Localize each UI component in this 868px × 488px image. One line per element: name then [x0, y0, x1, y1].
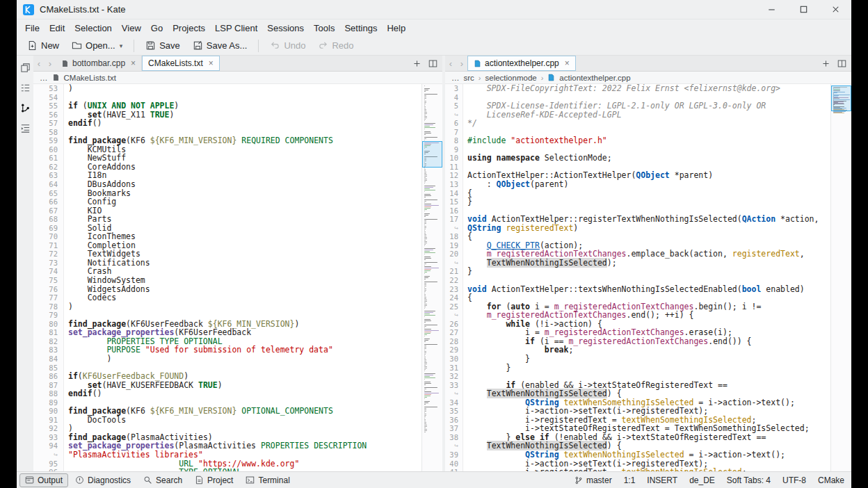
toolbar-button-label: Open... [86, 40, 115, 51]
menu-file[interactable]: File [20, 21, 45, 35]
left-minimap-scrollbar[interactable] [421, 84, 442, 471]
panel-terminal-button[interactable]: Terminal [240, 473, 295, 487]
left-code-area[interactable]: )if (UNIX AND NOT APPLE) set(HAVE_X11 TR… [64, 84, 421, 471]
toolbar-undo-button[interactable]: Undo [264, 38, 311, 53]
minimap-mark [424, 350, 425, 350]
split-button[interactable] [835, 57, 849, 70]
line-number: 25 [445, 302, 458, 311]
tab-close-icon[interactable]: × [565, 58, 570, 68]
tab-scroll-left-icon[interactable]: ‹ [445, 56, 456, 71]
status-insert[interactable]: INSERT [647, 475, 677, 485]
panel-diagnostics-button[interactable]: Diagnostics [70, 473, 136, 487]
plus-button[interactable] [410, 57, 424, 70]
menu-help[interactable]: Help [382, 21, 410, 35]
close-icon [830, 4, 841, 15]
documents-tool-button[interactable] [18, 60, 32, 74]
save-as-icon [193, 40, 203, 51]
toolbar-open-button[interactable]: Open...▾ [66, 38, 128, 53]
minimap-mark [424, 133, 431, 133]
status-cmake[interactable]: CMake [818, 475, 844, 485]
status-1-1[interactable]: 1:1 [624, 475, 636, 485]
minimap-mark [424, 389, 426, 389]
tab-cmakelists-txt[interactable]: CMakeLists.txt× [142, 56, 220, 71]
line-number: 85 [33, 364, 58, 373]
breadcrumb-item[interactable]: actiontexthelper.cpp [559, 74, 630, 82]
git-tool-button[interactable] [18, 101, 32, 115]
minimap-mark [424, 354, 426, 355]
maximize-button[interactable] [787, 0, 819, 19]
minimap-mark [424, 123, 435, 124]
tab-scroll-right-icon[interactable]: › [45, 56, 56, 71]
line-number: 76 [33, 285, 58, 294]
minimize-icon [766, 4, 777, 15]
line-number: 94 [33, 441, 58, 450]
status-utf-8[interactable]: UTF-8 [782, 475, 806, 485]
panel-search-button[interactable]: Search [138, 473, 188, 487]
toolbar-redo-button[interactable]: Redo [312, 38, 359, 53]
status-de-de[interactable]: de_DE [689, 475, 715, 485]
toolbar-save-button[interactable]: Save [140, 38, 186, 53]
tab-close-icon[interactable]: × [209, 58, 214, 68]
panel-project-button[interactable]: Project [189, 473, 239, 487]
snippets-tool-button[interactable] [18, 121, 32, 135]
minimap-mark [424, 109, 426, 110]
minimap-mark [424, 307, 426, 307]
line-number: 10 [445, 154, 458, 163]
minimap-mark [424, 418, 425, 418]
minimap-mark [424, 215, 428, 215]
breadcrumb-item[interactable]: … [40, 74, 48, 82]
tab-close-icon[interactable]: × [131, 58, 136, 68]
minimap-mark [424, 169, 426, 170]
line-number: 6 [445, 119, 458, 128]
minimap-mark [424, 90, 428, 90]
breadcrumb-item[interactable]: … [451, 74, 460, 82]
line-number: 20 [445, 250, 458, 259]
filesystem-tool-button[interactable] [18, 81, 32, 95]
left-minimap-viewport[interactable] [422, 141, 442, 168]
breadcrumb-item[interactable]: src [464, 74, 474, 82]
minimize-button[interactable] [755, 0, 787, 19]
status-soft-tabs-4[interactable]: Soft Tabs: 4 [727, 475, 771, 485]
breadcrumb-item[interactable]: CMakeLists.txt [64, 74, 116, 82]
minimap-mark [424, 233, 426, 234]
menu-tools[interactable]: Tools [309, 21, 339, 35]
line-number: 83 [33, 345, 58, 355]
close-button[interactable] [819, 0, 851, 19]
minimap-mark [424, 382, 431, 382]
minimap-mark [424, 241, 427, 242]
right-minimap-scrollbar[interactable] [830, 84, 851, 471]
minimap-mark [424, 266, 431, 267]
menu-lsp-client[interactable]: LSP Client [210, 21, 262, 35]
menu-go[interactable]: Go [146, 21, 168, 35]
code-line: PURPOSE "Used for submission of telemetr… [68, 345, 421, 355]
titlebar[interactable]: CMakeLists.txt - Kate [17, 0, 851, 19]
menu-selection[interactable]: Selection [70, 21, 116, 35]
menu-sessions[interactable]: Sessions [262, 21, 309, 35]
breadcrumb-item[interactable]: selectionmode [485, 74, 537, 82]
line-number: 59 [33, 136, 58, 145]
menu-view[interactable]: View [117, 21, 146, 35]
tab-actiontexthelper-cpp[interactable]: actiontexthelper.cpp× [467, 56, 576, 71]
toolbar-new-button[interactable]: New [22, 38, 65, 53]
menu-edit[interactable]: Edit [45, 21, 70, 35]
status-label: UTF-8 [782, 475, 806, 485]
right-minimap-viewport[interactable] [831, 86, 851, 111]
plus-button[interactable] [819, 57, 833, 70]
documents-icon [20, 63, 31, 73]
toolbar-button-label: Redo [332, 40, 353, 51]
line-number: 58 [33, 128, 58, 137]
status-label: INSERT [647, 475, 677, 485]
toolbar-save-as-button[interactable]: Save As... [187, 38, 253, 53]
tab-scroll-left-icon[interactable]: ‹ [33, 56, 45, 71]
right-code-area[interactable]: SPDX-FileCopyrightText: 2022 Felix Ernst… [463, 84, 830, 471]
menu-settings[interactable]: Settings [339, 21, 382, 35]
menu-projects[interactable]: Projects [168, 21, 210, 35]
split-button[interactable] [426, 57, 440, 70]
status-master[interactable]: master [574, 475, 612, 485]
code-line: void ActionTextHelper::textsWhenNothingI… [467, 285, 830, 294]
left-tool-sidebar [17, 56, 33, 471]
panel-output-button[interactable]: Output [19, 473, 68, 487]
toolbar-button-label: Save [159, 40, 180, 51]
tab-bottombar-cpp[interactable]: bottombar.cpp× [56, 56, 142, 71]
tab-scroll-right-icon[interactable]: › [456, 56, 467, 71]
